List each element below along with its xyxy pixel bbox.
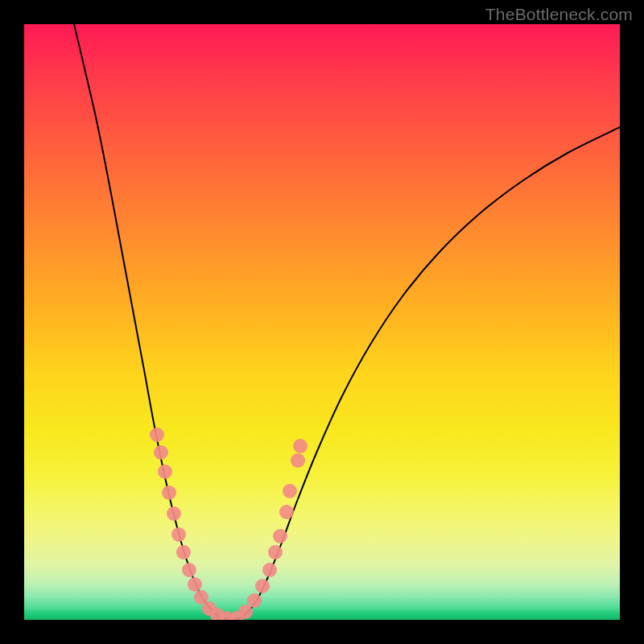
overlay-dots [150,427,308,620]
data-point [150,427,164,442]
data-point [229,611,244,620]
watermark-text: TheBottleneck.com [485,5,633,24]
data-point [291,453,305,468]
plot-area [24,24,620,620]
data-point [194,590,208,605]
data-point [188,577,202,592]
data-point [262,563,277,577]
curve-layer [24,24,620,620]
data-point [158,464,172,479]
curve-left-path [74,24,232,620]
data-point [176,545,191,559]
data-point [293,439,308,453]
data-point [220,611,234,620]
data-point [255,579,270,593]
data-point [283,484,297,498]
data-point [154,445,168,460]
chart-frame: TheBottleneck.com [0,0,644,644]
data-point [167,506,181,521]
curve-right-path [232,127,620,620]
data-point [171,527,186,542]
data-point [182,563,196,577]
data-point [238,605,253,619]
data-point [210,608,225,620]
data-point [162,485,176,500]
data-point [273,529,287,543]
data-point [247,593,262,608]
data-point [202,601,217,616]
data-point [279,505,294,519]
data-point [268,545,283,559]
